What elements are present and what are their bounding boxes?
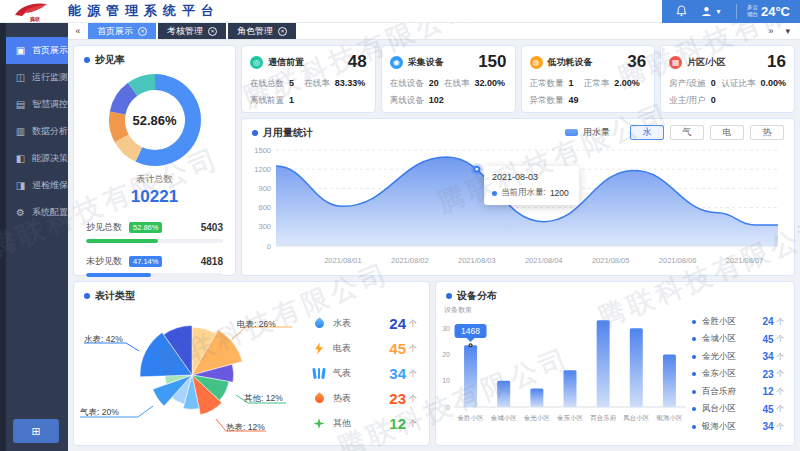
tab-close-icon[interactable]: × xyxy=(278,27,287,36)
sidebar-item-label: 首页展示 xyxy=(32,44,68,57)
legend-dot xyxy=(692,355,696,359)
water-usage-legend[interactable]: 用水量 xyxy=(565,126,610,139)
stat-card-片区/小区: ▦片区/小区16房产/设施0认证比率0.00%业主/用户0 xyxy=(660,45,795,113)
water-drop-icon xyxy=(312,319,326,328)
tabs-collapse-icon[interactable]: « xyxy=(68,23,88,39)
sidebar-item-数据分析[interactable]: ▥数据分析 xyxy=(6,118,68,145)
tab-角色管理[interactable]: 角色管理× xyxy=(228,23,296,39)
sidebar-item-label: 系统配置 xyxy=(32,206,68,219)
metric-value: 20 xyxy=(429,78,439,88)
svg-text:金光小区: 金光小区 xyxy=(524,414,551,422)
panel-monthly-usage: 月用量统计 用水量 水气电热 0300600900120015002021/08… xyxy=(241,118,795,276)
meter-types-pie-chart[interactable]: 电表: 26%水表: 42%气表: 20%热表: 12%其他: 12% xyxy=(74,303,312,441)
legend-unit: 个 xyxy=(409,418,417,429)
svg-text:2021/08/07: 2021/08/07 xyxy=(726,256,764,265)
pie-label: 其他: 12% xyxy=(244,393,283,405)
svg-text:0: 0 xyxy=(267,242,271,251)
device-legend-item-银海小区[interactable]: 银海小区34个 xyxy=(692,418,784,436)
device-legend-item-金光小区[interactable]: 金光小区34个 xyxy=(692,348,784,366)
legend-item-其他[interactable]: 其他12个 xyxy=(312,411,417,436)
tooltip-value: 1200 xyxy=(550,188,569,198)
tab-考核管理[interactable]: 考核管理× xyxy=(158,23,226,39)
usage-type-button-热[interactable]: 热 xyxy=(750,125,784,140)
tab-label: 考核管理 xyxy=(167,25,203,38)
metric-value: 49 xyxy=(569,95,579,105)
metric-label: 在线率 xyxy=(444,78,470,90)
tab-首页展示[interactable]: 首页展示× xyxy=(88,23,156,39)
tab-close-icon[interactable]: × xyxy=(208,27,217,36)
legend-label: 其他 xyxy=(333,417,351,430)
metric-label: 房产/设施 xyxy=(669,78,705,90)
sidebar-item-icon: ◫ xyxy=(15,72,26,83)
metric-label: 认证比率 xyxy=(721,78,755,90)
legend-count: 45 xyxy=(389,340,406,357)
device-legend-item-金城小区[interactable]: 金城小区45个 xyxy=(692,331,784,349)
user-icon xyxy=(701,6,712,17)
rate-row-未抄见数: 未抄见数47.14%4818 xyxy=(86,255,223,277)
panel-title: 抄见率 xyxy=(95,53,125,67)
legend-item-电表[interactable]: 电表45个 xyxy=(312,336,417,361)
stat-cards-row: ◎通信前置48在线总数5在线率83.33%离线前置1◉采集设备150在线设备20… xyxy=(241,45,795,113)
app-logo: 腾联 xyxy=(0,0,60,23)
metric-value: 102 xyxy=(429,95,444,105)
legend-label: 热表 xyxy=(333,392,351,405)
usage-type-button-水[interactable]: 水 xyxy=(630,125,664,140)
legend-label: 用水量 xyxy=(583,126,610,139)
stat-card-value: 16 xyxy=(767,52,786,72)
sidebar-item-系统配置[interactable]: ⚙系统配置 xyxy=(6,199,68,226)
monthly-usage-area-chart[interactable]: 0300600900120015002021/08/012021/08/0220… xyxy=(242,142,794,276)
tab-close-icon[interactable]: × xyxy=(138,27,147,36)
sidebar-item-智慧调控[interactable]: ▤智慧调控 xyxy=(6,91,68,118)
metric-label: 业主/用户 xyxy=(669,95,705,107)
usage-type-button-电[interactable]: 电 xyxy=(710,125,744,140)
stat-card-title: 通信前置 xyxy=(268,56,304,69)
stat-card-metric: 在线设备20 xyxy=(390,78,444,90)
svg-text:2021/08/02: 2021/08/02 xyxy=(391,256,429,265)
sidebar-collapse-button[interactable]: ⊞ xyxy=(13,419,59,443)
sidebar-item-能源决策[interactable]: ◧能源决策 xyxy=(6,145,68,172)
legend-dot xyxy=(692,407,696,411)
sidebar-menu: ▣首页展示◫运行监测▤智慧调控▥数据分析◧能源决策◨巡检维保⚙系统配置 xyxy=(6,23,68,451)
sidebar-item-icon: ◧ xyxy=(15,153,26,164)
stat-card-metric: 在线总数5 xyxy=(250,78,304,90)
stat-card-title: 采集设备 xyxy=(408,56,444,69)
dashboard: 抄见率 52.86% 表计总数 10221 抄见总数52.86%5403未抄见数… xyxy=(68,40,800,451)
metric-value: 83.33% xyxy=(335,78,366,88)
notification-bell-icon[interactable] xyxy=(676,5,687,17)
legend-label: 金胜小区 xyxy=(702,316,736,328)
read-rate-donut-chart[interactable]: 52.86% xyxy=(108,73,202,167)
legend-unit: 个 xyxy=(777,369,785,379)
legend-item-热表[interactable]: 热表23个 xyxy=(312,386,417,411)
device-legend-item-金东小区[interactable]: 金东小区23个 xyxy=(692,366,784,384)
sidebar-item-label: 能源决策 xyxy=(32,152,68,165)
legend-dot xyxy=(692,320,696,324)
sidebar-item-icon: ▣ xyxy=(15,45,26,56)
stat-card-metric: 正常率2.00% xyxy=(584,78,646,90)
legend-label: 电表 xyxy=(333,342,351,355)
usage-type-button-气[interactable]: 气 xyxy=(670,125,704,140)
legend-unit: 个 xyxy=(777,334,785,344)
sidebar-item-巡检维保[interactable]: ◨巡检维保 xyxy=(6,172,68,199)
device-legend-item-凤台小区[interactable]: 凤台小区45个 xyxy=(692,401,784,419)
device-legend-item-金胜小区[interactable]: 金胜小区24个 xyxy=(692,313,784,331)
legend-label: 水表 xyxy=(333,317,351,330)
donut-center-value: 52.86% xyxy=(108,73,202,167)
svg-text:900: 900 xyxy=(258,184,271,193)
sidebar-item-运行监测[interactable]: ◫运行监测 xyxy=(6,64,68,91)
stat-card-metric: 正常数量1 xyxy=(530,78,584,90)
tabs-menu-icon[interactable]: ▾ xyxy=(785,26,790,36)
svg-text:600: 600 xyxy=(258,203,271,212)
device-legend-item-百合乐府[interactable]: 百合乐府12个 xyxy=(692,383,784,401)
legend-count: 24 xyxy=(389,315,406,332)
tabs-overflow-icon[interactable]: » xyxy=(768,26,773,36)
legend-item-水表[interactable]: 水表24个 xyxy=(312,311,417,336)
device-distribution-bar-chart[interactable]: 设备数量 0102030金胜小区金城小区金光小区金东小区百合乐府凤台小区银海小区… xyxy=(436,303,692,441)
sidebar-item-首页展示[interactable]: ▣首页展示 xyxy=(6,37,68,64)
gas-waves-icon xyxy=(312,368,326,379)
user-menu[interactable]: ▼ xyxy=(701,6,722,17)
legend-unit: 个 xyxy=(409,343,417,354)
stat-card-icon: ◎ xyxy=(250,56,263,69)
logo-text: 腾联 xyxy=(30,16,40,22)
legend-unit: 个 xyxy=(777,317,785,327)
legend-item-气表[interactable]: 气表34个 xyxy=(312,361,417,386)
